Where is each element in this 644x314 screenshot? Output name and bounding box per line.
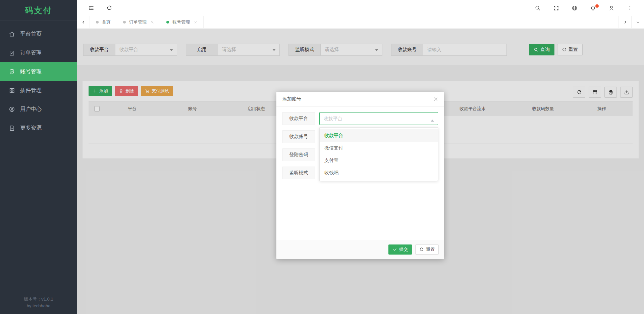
tab-status-dot — [166, 21, 169, 24]
shield-check-icon — [9, 69, 15, 75]
toolbar-right — [531, 1, 637, 15]
sidebar: 码支付 平台首页 订单管理 账号管理 插件管理 用户中心 — [0, 0, 77, 314]
sidebar-item-label: 更多资源 — [20, 125, 42, 132]
modal-footer: 提交 重置 — [276, 240, 444, 259]
tab-close-icon[interactable] — [194, 20, 197, 24]
payment-platform-select[interactable] — [319, 112, 438, 125]
payment-platform-select-input[interactable] — [320, 116, 438, 121]
sidebar-item-label: 插件管理 — [20, 87, 42, 94]
version-author: by techhaha — [0, 303, 77, 309]
modal-close-icon[interactable] — [433, 97, 438, 101]
tabs-scroll-left-button[interactable] — [77, 16, 90, 28]
kebab-menu-icon[interactable] — [623, 1, 637, 15]
chevron-up-icon — [431, 118, 434, 122]
tab-orders[interactable]: 订单管理 — [117, 16, 160, 28]
dropdown-option-alipay[interactable]: 支付宝 — [320, 154, 438, 167]
user-icon[interactable] — [605, 1, 618, 15]
tab-bar: 首页 订单管理 账号管理 — [77, 16, 644, 29]
modal-reset-button-label: 重置 — [426, 246, 435, 253]
tab-close-icon[interactable] — [151, 20, 154, 24]
menu-collapse-icon[interactable] — [85, 1, 98, 15]
main-area: 首页 订单管理 账号管理 收款平台 收 — [77, 0, 644, 314]
sidebar-item-plugins[interactable]: 插件管理 — [0, 81, 77, 100]
sidebar-item-accounts[interactable]: 账号管理 — [0, 62, 77, 81]
tabs-scroll-right-button[interactable] — [619, 16, 631, 28]
tabs-menu-button[interactable] — [631, 16, 644, 28]
version-info: 版本号：v1.0.1 by techhaha — [0, 296, 77, 309]
tabbar-spacer — [204, 16, 619, 28]
tab-label: 账号管理 — [172, 19, 190, 25]
sidebar-item-user-center[interactable]: 用户中心 — [0, 100, 77, 119]
form-row-payment-platform: 收款平台 — [282, 112, 438, 125]
content-area: 收款平台 收款平台 启用 请选择 监听模式 请选择 — [77, 29, 644, 314]
platform-dropdown: 收款平台 微信支付 支付宝 收钱吧 — [319, 127, 438, 181]
field-label: 登陆密码 — [282, 148, 315, 161]
sidebar-item-orders[interactable]: 订单管理 — [0, 43, 77, 62]
home-icon — [9, 31, 15, 37]
tab-accounts[interactable]: 账号管理 — [160, 16, 204, 28]
sidebar-nav: 平台首页 订单管理 账号管理 插件管理 用户中心 更多资源 — [0, 20, 77, 137]
dropdown-option-shouqianba[interactable]: 收钱吧 — [320, 167, 438, 179]
tab-label: 订单管理 — [129, 19, 147, 25]
tab-label: 首页 — [102, 19, 111, 25]
tab-home[interactable]: 首页 — [90, 16, 117, 28]
version-number: 版本号：v1.0.1 — [0, 296, 77, 303]
refresh-icon[interactable] — [103, 1, 116, 15]
tab-status-dot — [96, 21, 99, 24]
submit-button-label: 提交 — [399, 246, 408, 253]
app-logo: 码支付 — [0, 0, 77, 20]
toolbar-left — [85, 1, 116, 15]
sidebar-item-label: 订单管理 — [20, 49, 42, 56]
sidebar-item-label: 账号管理 — [20, 68, 42, 75]
grid-icon — [9, 87, 15, 94]
user-circle-icon — [9, 106, 15, 113]
file-export-icon — [9, 125, 15, 131]
fullscreen-icon[interactable] — [549, 1, 563, 15]
notification-dot — [595, 4, 599, 8]
globe-icon[interactable] — [568, 1, 581, 15]
tab-status-dot — [123, 21, 126, 24]
field-label: 监听模式 — [282, 167, 315, 179]
dropdown-option-wechat-pay[interactable]: 微信支付 — [320, 142, 438, 154]
sidebar-item-label: 用户中心 — [20, 106, 42, 113]
search-icon[interactable] — [531, 1, 544, 15]
modal-title: 添加账号 — [282, 96, 301, 102]
submit-button[interactable]: 提交 — [388, 244, 412, 255]
dropdown-option-placeholder[interactable]: 收款平台 — [320, 129, 438, 142]
modal-header: 添加账号 — [276, 92, 444, 107]
field-label: 收款账号 — [282, 130, 315, 143]
bell-icon[interactable] — [586, 1, 600, 15]
sidebar-item-label: 平台首页 — [20, 31, 42, 38]
top-toolbar — [77, 0, 644, 16]
field-label: 收款平台 — [282, 112, 315, 125]
app-window: 码支付 平台首页 订单管理 账号管理 插件管理 用户中心 — [0, 0, 644, 314]
sidebar-item-more-resources[interactable]: 更多资源 — [0, 119, 77, 137]
clipboard-icon — [9, 50, 15, 56]
sidebar-item-home[interactable]: 平台首页 — [0, 25, 77, 43]
add-account-modal: 添加账号 收款平台 收款账号 登陆密码 — [276, 92, 444, 259]
modal-reset-button[interactable]: 重置 — [415, 244, 439, 255]
